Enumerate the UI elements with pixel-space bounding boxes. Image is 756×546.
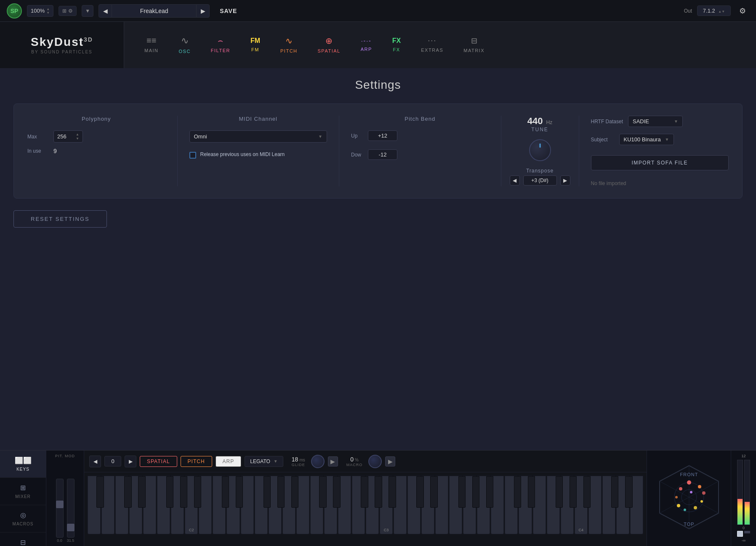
key-black[interactable] — [319, 476, 326, 508]
key-white[interactable] — [213, 476, 226, 534]
preset-prev-btn[interactable]: ◀ — [98, 4, 112, 18]
hrtf-subject-select[interactable]: KU100 Binaura ▼ — [619, 134, 674, 145]
out-value[interactable]: 7.1.2 ▲▼ — [697, 5, 731, 16]
midi-channel-select[interactable]: Omni ▼ — [189, 130, 327, 143]
key-white[interactable] — [407, 476, 421, 534]
tab-arp[interactable]: ·-·- ARP — [351, 22, 382, 68]
midi-learn-checkbox[interactable] — [189, 152, 196, 159]
brand-area: SkyDust3D BY SOUND PARTICLES — [0, 22, 124, 68]
hrtf-subject-row: Subject KU100 Binaura ▼ — [591, 134, 729, 145]
glide-section: 18 ms GLIDE — [292, 456, 305, 467]
macro-knob[interactable] — [368, 455, 382, 468]
transpose-next-btn[interactable]: ▶ — [560, 175, 570, 186]
tab-fx[interactable]: FX FX — [382, 22, 411, 68]
legato-select[interactable]: LEGATO ▼ — [245, 456, 283, 467]
polyphony-max-input[interactable]: 256 ▲ ▼ — [53, 130, 83, 143]
hrtf-dataset-select[interactable]: SADIE ▼ — [628, 116, 683, 127]
key-black[interactable] — [486, 476, 493, 508]
arp-mode-btn[interactable]: ARP — [216, 456, 242, 467]
key-black[interactable] — [389, 476, 396, 508]
key-black[interactable] — [222, 476, 229, 508]
key-black[interactable] — [277, 476, 285, 508]
pitch-bend-up-value[interactable]: +12 — [368, 130, 397, 141]
tab-osc[interactable]: ∿ OSC — [169, 22, 201, 68]
spatial-icon: ⊕ — [325, 36, 333, 46]
key-white[interactable] — [505, 476, 518, 534]
key-white[interactable] — [88, 476, 101, 534]
tab-extras[interactable]: ··· EXTRAS — [411, 22, 453, 68]
pit-slider[interactable] — [56, 479, 64, 538]
spatial-viz: FRONT TOP — [647, 451, 731, 546]
key-black[interactable] — [472, 476, 479, 508]
sidebar-item-keys[interactable]: ⬜⬜ KEYS — [0, 451, 46, 478]
tab-main[interactable]: ≡≡ MAIN — [134, 22, 169, 68]
reset-settings-button[interactable]: RESET SETTINGS — [13, 210, 107, 228]
transpose-prev-btn[interactable]: ◀ — [510, 175, 520, 186]
key-white[interactable] — [449, 476, 462, 534]
save-button[interactable]: SAVE — [215, 6, 242, 16]
key-black[interactable] — [556, 476, 563, 508]
reset-section: RESET SETTINGS — [13, 210, 107, 228]
key-black[interactable] — [138, 476, 145, 508]
spatial-mode-btn[interactable]: SPATIAL — [140, 456, 177, 467]
key-black[interactable] — [570, 476, 577, 508]
macro-arrow-btn[interactable]: ▶ — [385, 456, 395, 466]
tune-knob[interactable] — [529, 139, 551, 161]
keyboard-next-btn[interactable]: ▶ — [125, 456, 136, 467]
view-toggle[interactable]: ⊞ ⚙ — [59, 6, 77, 16]
key-black[interactable] — [291, 476, 298, 508]
key-black[interactable] — [333, 476, 340, 508]
svg-point-15 — [675, 496, 678, 498]
tab-pitch[interactable]: ∿ PITCH — [270, 22, 308, 68]
key-black[interactable] — [611, 476, 618, 508]
pitch-mode-btn[interactable]: PITCH — [181, 456, 212, 467]
meter-fader[interactable] — [737, 531, 743, 537]
key-white[interactable] — [255, 476, 268, 534]
tab-fm[interactable]: FM FM — [240, 22, 270, 68]
key-black[interactable] — [528, 476, 535, 508]
key-black[interactable] — [264, 476, 271, 508]
preset-next-btn[interactable]: ▶ — [196, 4, 210, 18]
sidebar-item-macros[interactable]: ◎ MACROS — [0, 505, 46, 533]
key-black[interactable] — [375, 476, 382, 508]
key-white[interactable] — [602, 476, 615, 534]
glide-value: 18 — [292, 456, 298, 463]
tab-matrix-label: MATRIX — [463, 48, 484, 53]
key-black[interactable] — [194, 476, 201, 508]
tab-filter[interactable]: ⌢ FILTER — [201, 22, 240, 68]
key-black[interactable] — [236, 476, 243, 508]
tab-matrix[interactable]: ⊟ MATRIX — [453, 22, 495, 68]
keyboard-prev-btn[interactable]: ◀ — [89, 456, 101, 467]
dropdown-btn[interactable]: ▼ — [82, 5, 93, 17]
key-white[interactable] — [547, 476, 560, 534]
key-black[interactable] — [416, 476, 423, 508]
key-black[interactable] — [458, 476, 466, 508]
tab-spatial[interactable]: ⊕ SPATIAL — [308, 22, 351, 68]
key-black[interactable] — [430, 476, 437, 508]
import-sofa-button[interactable]: IMPORT SOFA FILE — [591, 155, 729, 170]
key-black[interactable] — [124, 476, 131, 508]
sidebar-item-pads[interactable]: ⊟ PADS — [0, 533, 46, 546]
gear-button[interactable]: ⚙ — [736, 4, 749, 18]
key-black[interactable] — [180, 476, 187, 508]
key-white[interactable] — [310, 476, 323, 534]
zoom-arrows[interactable]: ▲▼ — [46, 7, 50, 15]
key-black[interactable] — [514, 476, 521, 508]
polyphony-arrows[interactable]: ▲ ▼ — [76, 133, 79, 140]
glide-arrow-btn[interactable]: ▶ — [328, 456, 338, 466]
mod-slider[interactable] — [67, 479, 75, 538]
sidebar-item-mixer[interactable]: ⊞ MIXER — [0, 478, 46, 505]
key-black[interactable] — [361, 476, 368, 508]
midi-channel-section: MIDI Channel Omni ▼ Release previous use… — [178, 116, 340, 186]
svg-point-17 — [690, 491, 692, 493]
key-black[interactable] — [96, 476, 104, 508]
key-white[interactable] — [115, 476, 128, 534]
key-black[interactable] — [583, 476, 591, 508]
key-black[interactable] — [166, 476, 173, 508]
glide-knob[interactable] — [311, 455, 325, 468]
zoom-control[interactable]: 100% ▲▼ — [27, 5, 53, 17]
key-black[interactable] — [625, 476, 632, 508]
key-white[interactable] — [157, 476, 170, 534]
key-white[interactable] — [352, 476, 365, 534]
pitch-bend-down-value[interactable]: -12 — [368, 149, 397, 160]
